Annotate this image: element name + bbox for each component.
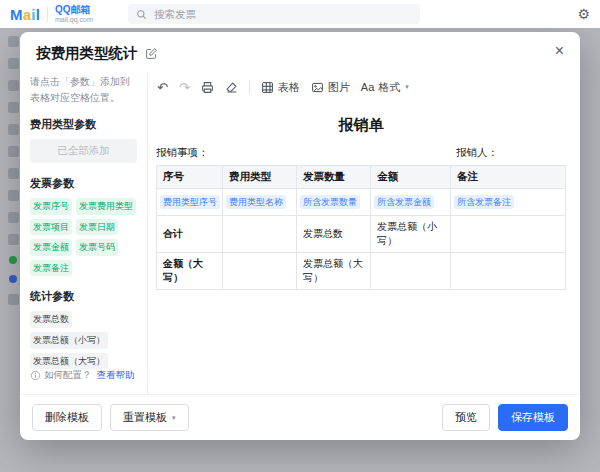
search-icon [136, 9, 147, 20]
view-help-link[interactable]: 查看帮助 [97, 369, 135, 382]
table-cell[interactable] [451, 253, 566, 290]
caps-amount-row: 金额（大写） 发票总额（大写） [157, 253, 566, 290]
table-button-label: 表格 [278, 80, 300, 95]
inserted-param-tag[interactable]: 所含发票金额 [374, 195, 434, 209]
table-cell[interactable]: 所含发票金额 [371, 189, 451, 216]
format-menu-button[interactable]: Aa 格式 ▾ [361, 80, 409, 95]
statistics-template-dialog: 按费用类型统计 × 请点击「参数」添加到表格对应空格位置。 费用类型参数 已全部… [20, 32, 580, 440]
inserted-param-tag[interactable]: 费用类型名称 [226, 195, 286, 209]
inserted-param-tag[interactable]: 费用类型序号 [160, 195, 220, 209]
table-cell[interactable] [451, 216, 566, 253]
reset-template-button[interactable]: 重置模板 ▾ [110, 404, 189, 431]
document-title: 报销单 [156, 116, 566, 135]
table-cell[interactable] [371, 253, 451, 290]
edit-title-icon[interactable] [145, 47, 158, 60]
invoice-param-tag[interactable]: 发票号码 [76, 239, 118, 256]
dialog-body: 请点击「参数」添加到表格对应空格位置。 费用类型参数 已全部添加 发票参数 发票… [20, 72, 580, 394]
invoice-param-tag[interactable]: 发票费用类型 [76, 198, 136, 215]
settings-gear-icon[interactable]: ⚙ [577, 4, 590, 24]
table-cell[interactable]: 费用类型名称 [223, 189, 297, 216]
expense-table: 序号 费用类型 发票数量 金额 备注 费用类型序号 费用 [156, 165, 566, 290]
reset-template-label: 重置模板 [123, 410, 167, 425]
col-header-amount: 金额 [371, 166, 451, 189]
inserted-param-tag[interactable]: 所含发票备注 [454, 195, 514, 209]
reporter-label: 报销人： [456, 146, 498, 160]
invoice-param-tag[interactable]: 发票金额 [30, 239, 72, 256]
redo-icon[interactable]: ↷ [179, 81, 190, 94]
expense-type-section-label: 费用类型参数 [30, 117, 137, 132]
table-cell[interactable]: 所含发票备注 [451, 189, 566, 216]
total-count-cell[interactable]: 发票总数 [297, 216, 371, 253]
print-icon[interactable] [201, 81, 214, 94]
invoice-param-tag[interactable]: 发票备注 [30, 260, 72, 277]
dialog-footer: 删除模板 重置模板 ▾ 预览 保存模板 [20, 394, 580, 440]
inserted-param-tag[interactable]: 所含发票数量 [300, 195, 360, 209]
stats-param-tag[interactable]: 发票总数 [30, 311, 72, 328]
chevron-down-icon: ▾ [172, 414, 176, 422]
document-area[interactable]: 报销单 报销事项： 报销人： 序号 费用类型 发票数量 [148, 102, 580, 394]
stats-section-label: 统计参数 [30, 289, 137, 304]
caps-label-cell[interactable]: 金额（大写） [157, 253, 223, 290]
total-row: 合计 发票总数 发票总额（小写） [157, 216, 566, 253]
stats-param-tag[interactable]: 发票总额（大写） [30, 353, 108, 370]
invoice-section-label: 发票参数 [30, 176, 137, 191]
toolbar-divider [249, 80, 250, 94]
table-cell[interactable] [223, 216, 297, 253]
logo-divider [47, 7, 48, 22]
all-added-button: 已全部添加 [30, 139, 137, 163]
table-cell[interactable]: 费用类型序号 [157, 189, 223, 216]
table-header-row: 序号 费用类型 发票数量 金额 备注 [157, 166, 566, 189]
editor-toolbar: ↶ ↷ 表格 [148, 72, 580, 102]
col-header-expense-type: 费用类型 [223, 166, 297, 189]
help-question: 如何配置？ [44, 369, 92, 382]
dialog-title: 按费用类型统计 [36, 44, 138, 63]
stats-param-tag[interactable]: 发票总额（小写） [30, 332, 108, 349]
search-input[interactable] [128, 4, 420, 24]
qqmail-logo[interactable]: Mail QQ邮箱 mail.qq.com [10, 4, 93, 23]
total-amount-cell[interactable]: 发票总额（小写） [371, 216, 451, 253]
col-header-index: 序号 [157, 166, 223, 189]
document-labels: 报销事项： 报销人： [156, 146, 566, 162]
save-template-button[interactable]: 保存模板 [498, 404, 568, 431]
insert-table-button[interactable]: 表格 [261, 80, 300, 95]
caps-value-cell[interactable]: 发票总额（大写） [297, 253, 371, 290]
parameter-panel: 请点击「参数」添加到表格对应空格位置。 费用类型参数 已全部添加 发票参数 发票… [20, 72, 148, 394]
invoice-tag-list: 发票序号 发票费用类型 发票项目 发票日期 发票金额 发票号码 发票备注 [30, 198, 137, 276]
aa-icon: Aa [361, 81, 374, 93]
app-window: Mail QQ邮箱 mail.qq.com ⚙ [0, 0, 600, 472]
chevron-down-icon: ▾ [405, 83, 409, 91]
dialog-header: 按费用类型统计 × [20, 32, 580, 72]
table-cell[interactable]: 所含发票数量 [297, 189, 371, 216]
parameter-hint: 请点击「参数」添加到表格对应空格位置。 [30, 74, 137, 105]
stats-tag-list: 发票总数 发票总额（小写） 发票总额（大写） [30, 311, 137, 369]
undo-icon[interactable]: ↶ [157, 81, 168, 94]
preview-button[interactable]: 预览 [442, 404, 490, 431]
workspace-background: 按费用类型统计 × 请点击「参数」添加到表格对应空格位置。 费用类型参数 已全部… [0, 28, 600, 472]
help-row: 如何配置？ 查看帮助 [30, 369, 137, 382]
eraser-icon[interactable] [225, 81, 238, 94]
format-button-label: 格式 [378, 80, 400, 95]
template-editor: ↶ ↷ 表格 [148, 72, 580, 394]
topbar: Mail QQ邮箱 mail.qq.com ⚙ [0, 0, 600, 28]
expense-items-label: 报销事项： [156, 146, 209, 158]
invoice-param-tag[interactable]: 发票项目 [30, 219, 72, 236]
brand-text: QQ邮箱 mail.qq.com [55, 4, 93, 23]
image-button-label: 图片 [328, 80, 350, 95]
info-icon [30, 370, 41, 381]
close-icon[interactable]: × [553, 41, 566, 61]
image-icon [311, 81, 324, 94]
logo-mail-text: Mail [10, 6, 40, 23]
delete-template-button[interactable]: 删除模板 [32, 404, 102, 431]
table-grid-icon [261, 81, 274, 94]
insert-image-button[interactable]: 图片 [311, 80, 350, 95]
table-cell[interactable] [223, 253, 297, 290]
col-header-remarks: 备注 [451, 166, 566, 189]
total-label-cell[interactable]: 合计 [157, 216, 223, 253]
col-header-invoice-count: 发票数量 [297, 166, 371, 189]
invoice-param-tag[interactable]: 发票序号 [30, 198, 72, 215]
parameter-row: 费用类型序号 费用类型名称 所含发票数量 所含发票金额 所含发票备注 [157, 189, 566, 216]
search-box[interactable] [128, 4, 420, 24]
invoice-param-tag[interactable]: 发票日期 [76, 219, 118, 236]
